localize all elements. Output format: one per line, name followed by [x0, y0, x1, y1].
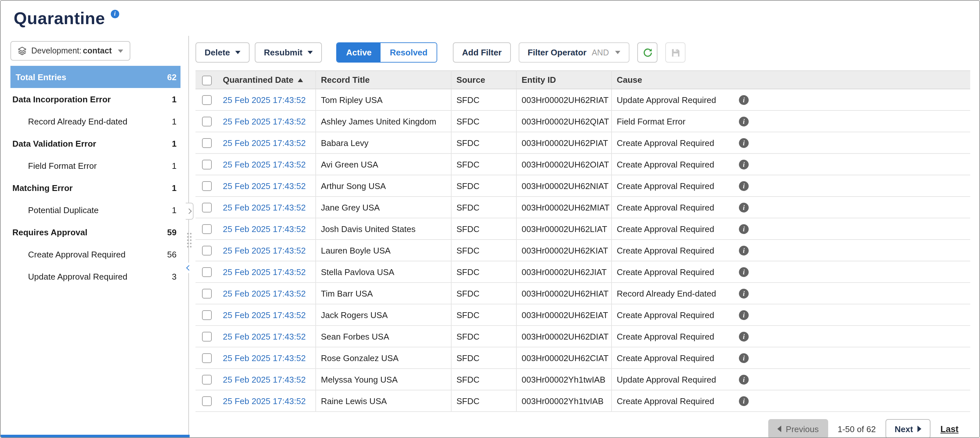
sidebar-category-item[interactable]: Data Validation Error 1 — [10, 132, 180, 154]
source-cell: SFDC — [451, 218, 516, 239]
environment-selector[interactable]: Development:contact — [10, 41, 130, 61]
cause-info-icon[interactable] — [739, 310, 749, 320]
column-header-record-title[interactable]: Record Title — [315, 71, 451, 89]
sidebar-category-item[interactable]: Requires Approval 59 — [10, 221, 180, 243]
sidebar-category-item[interactable]: Record Already End-dated 1 — [10, 110, 180, 132]
quarantined-date-link[interactable]: 25 Feb 2025 17:43:52 — [223, 288, 305, 298]
cause-info-icon[interactable] — [739, 138, 749, 148]
row-checkbox[interactable] — [202, 224, 212, 234]
add-filter-button[interactable]: Add Filter — [453, 42, 511, 62]
sidebar-category-item[interactable]: Update Approval Required 3 — [10, 265, 180, 287]
column-header-source[interactable]: Source — [451, 71, 516, 89]
column-header-entity-id[interactable]: Entity ID — [516, 71, 611, 89]
cause-info-icon[interactable] — [739, 332, 749, 342]
expand-panel-handle[interactable] — [186, 203, 194, 220]
arrow-left-icon — [777, 425, 781, 432]
quarantined-date-link[interactable]: 25 Feb 2025 17:43:52 — [223, 159, 305, 169]
category-label: Potential Duplicate — [28, 205, 99, 215]
previous-page-button[interactable]: Previous — [768, 419, 828, 438]
quarantined-date-link[interactable]: 25 Feb 2025 17:43:52 — [223, 374, 305, 384]
quarantined-date-link[interactable]: 25 Feb 2025 17:43:52 — [223, 267, 305, 277]
row-checkbox[interactable] — [202, 289, 212, 298]
source-cell: SFDC — [451, 132, 516, 153]
entity-id-cell: 003Hr00002Yh1tvIAB — [516, 390, 611, 412]
cause-info-icon[interactable] — [739, 117, 749, 126]
pagination: Previous 1-50 of 62 Next Last — [196, 412, 970, 438]
cause-info-icon[interactable] — [739, 181, 749, 191]
sidebar-category-item[interactable]: Matching Error 1 — [10, 177, 180, 199]
quarantined-date-link[interactable]: 25 Feb 2025 17:43:52 — [223, 396, 305, 406]
refresh-button[interactable] — [638, 42, 658, 62]
sidebar-category-item[interactable]: Field Format Error 1 — [10, 154, 180, 177]
row-checkbox[interactable] — [202, 117, 212, 126]
quarantined-date-link[interactable]: 25 Feb 2025 17:43:52 — [223, 353, 305, 363]
table-row: 25 Feb 2025 17:43:52 Melyssa Young USA S… — [196, 369, 970, 390]
row-checkbox[interactable] — [202, 138, 212, 148]
category-label: Total Entries — [16, 72, 67, 82]
next-page-button[interactable]: Next — [886, 419, 931, 438]
cause-info-icon[interactable] — [739, 289, 749, 298]
row-checkbox[interactable] — [202, 332, 212, 342]
sidebar-category-item[interactable]: Create Approval Required 56 — [10, 243, 180, 265]
collapse-sidebar-handle[interactable] — [186, 263, 194, 273]
quarantined-date-link[interactable]: 25 Feb 2025 17:43:52 — [223, 224, 305, 234]
category-count: 1 — [172, 139, 177, 148]
record-title-cell: Lauren Boyle USA — [315, 239, 451, 261]
entity-id-cell: 003Hr00002UH62JIAT — [516, 261, 611, 282]
sidebar-category-item[interactable]: Potential Duplicate 1 — [10, 199, 180, 221]
row-checkbox[interactable] — [202, 267, 212, 277]
splitter-drag-handle[interactable] — [186, 232, 192, 248]
row-checkbox[interactable] — [202, 375, 212, 385]
cause-cell: Create Approval Required — [611, 261, 734, 282]
save-button[interactable] — [666, 42, 686, 62]
row-checkbox[interactable] — [202, 95, 212, 105]
quarantined-date-link[interactable]: 25 Feb 2025 17:43:52 — [223, 331, 305, 341]
source-cell: SFDC — [451, 261, 516, 282]
tab-active[interactable]: Active — [337, 43, 381, 62]
sidebar-category-item[interactable]: Total Entries 62 — [10, 66, 180, 88]
cause-info-icon[interactable] — [739, 396, 749, 406]
sidebar-category-item[interactable]: Data Incorporation Error 1 — [10, 88, 180, 110]
column-header-quarantined-date[interactable]: Quarantined Date — [218, 71, 315, 89]
cause-info-icon[interactable] — [739, 267, 749, 277]
delete-button[interactable]: Delete — [196, 42, 250, 62]
source-cell: SFDC — [451, 282, 516, 304]
row-checkbox[interactable] — [202, 203, 212, 212]
filter-operator-dropdown[interactable]: Filter Operator AND — [519, 42, 630, 62]
quarantined-date-link[interactable]: 25 Feb 2025 17:43:52 — [223, 116, 305, 126]
tab-resolved[interactable]: Resolved — [381, 43, 437, 62]
cause-info-icon[interactable] — [739, 375, 749, 385]
cause-info-icon[interactable] — [739, 353, 749, 363]
row-checkbox[interactable] — [202, 396, 212, 406]
row-checkbox[interactable] — [202, 181, 212, 191]
cause-info-icon[interactable] — [739, 246, 749, 255]
column-header-cause[interactable]: Cause — [611, 71, 734, 89]
quarantined-date-link[interactable]: 25 Feb 2025 17:43:52 — [223, 310, 305, 320]
cause-info-icon[interactable] — [739, 203, 749, 212]
quarantined-date-link[interactable]: 25 Feb 2025 17:43:52 — [223, 95, 305, 105]
chevron-left-icon — [186, 265, 192, 271]
last-page-link[interactable]: Last — [940, 424, 958, 434]
content-area: Development:contact Total Entries 62 Dat… — [1, 36, 979, 437]
chevron-down-icon — [118, 49, 123, 53]
quarantined-date-link[interactable]: 25 Feb 2025 17:43:52 — [223, 245, 305, 255]
sidebar-accent-bar — [1, 435, 189, 437]
arrow-right-icon — [918, 425, 921, 432]
resubmit-button[interactable]: Resubmit — [255, 42, 322, 62]
table-row: 25 Feb 2025 17:43:52 Babara Levy SFDC 00… — [196, 132, 970, 153]
row-checkbox[interactable] — [202, 160, 212, 169]
category-label: Record Already End-dated — [28, 116, 127, 126]
cause-cell: Create Approval Required — [611, 326, 734, 347]
cause-info-icon[interactable] — [739, 160, 749, 169]
quarantined-date-link[interactable]: 25 Feb 2025 17:43:52 — [223, 181, 305, 191]
row-checkbox[interactable] — [202, 310, 212, 320]
select-all-checkbox[interactable] — [202, 75, 212, 85]
cause-info-icon[interactable] — [739, 224, 749, 234]
row-checkbox[interactable] — [202, 353, 212, 363]
row-checkbox[interactable] — [202, 246, 212, 255]
quarantined-date-link[interactable]: 25 Feb 2025 17:43:52 — [223, 202, 305, 212]
quarantined-date-link[interactable]: 25 Feb 2025 17:43:52 — [223, 138, 305, 148]
entity-id-cell: 003Hr00002UH62LIAT — [516, 218, 611, 239]
page-info-icon[interactable] — [110, 10, 119, 18]
cause-info-icon[interactable] — [739, 95, 749, 105]
